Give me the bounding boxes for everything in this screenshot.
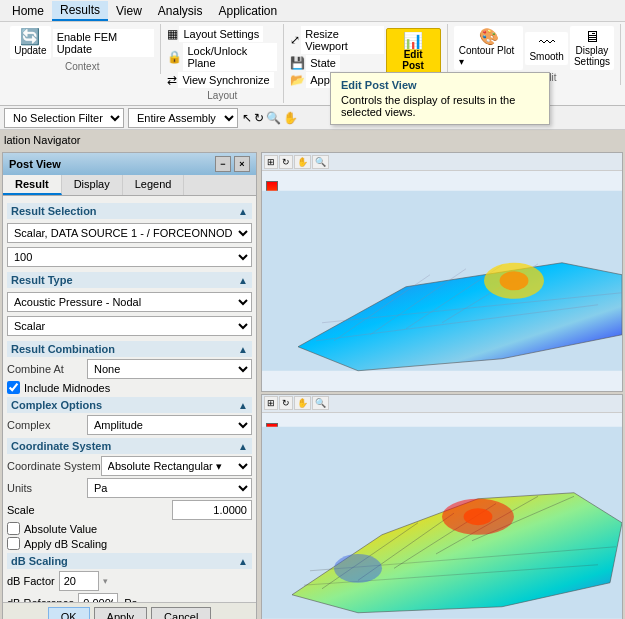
svg-point-21 [334,553,382,582]
view-sync-button[interactable]: View Synchronize [178,72,273,88]
menu-bar: Home Results View Analysis Application [0,0,625,22]
enable-fem-button[interactable]: Enable FEM Update [53,29,155,57]
assembly-select[interactable]: Entire Assembly [128,108,238,128]
bottom-viewport-svg [262,413,622,620]
combine-at-select[interactable]: None [87,359,252,379]
save-state-icon: 💾 [290,56,305,70]
datasource-select[interactable]: Scalar, DATA SOURCE 1 - / FORCEONNODES_F… [7,223,252,243]
vt-rotate[interactable]: ↻ [279,155,293,169]
viewport-top-toolbar: ⊞ ↻ ✋ 🔍 [262,153,622,171]
layout-group-label: Layout [167,90,277,101]
db-reference-row: dB Reference Pa [7,593,252,602]
context-icons: ↖ ↻ 🔍 ✋ [242,111,298,125]
viewport-bottom[interactable]: ⊞ ↻ ✋ 🔍 [261,394,623,620]
absolute-value-checkbox[interactable] [7,522,20,535]
ribbon-group-layout: ▦ Layout Settings 🔒 Lock/Unlock Plane ⇄ … [161,24,284,103]
apply-button[interactable]: Apply [94,607,148,619]
top-mesh-area [262,171,622,391]
menu-home[interactable]: Home [4,2,52,20]
panel-title: Post View [9,158,61,170]
units-select[interactable]: Pa [87,478,252,498]
scale-row: Scale [7,500,252,520]
coordinate-system-header[interactable]: Coordinate System ▲ [7,438,252,454]
pointer-icon[interactable]: ↖ [242,111,252,125]
tabs-row: Result Display Legend [3,175,256,196]
vt-bottom-rotate[interactable]: ↻ [279,396,293,410]
tab-legend[interactable]: Legend [123,175,185,195]
coord-system-arrow: ▲ [238,441,248,452]
ribbon: 🔄 Update Enable FEM Update Context ▦ Lay… [0,22,625,106]
combine-at-row: Combine At None [7,359,252,379]
complex-options-arrow: ▲ [238,400,248,411]
vt-zoom[interactable]: 🔍 [312,155,329,169]
vt-bottom-zoom[interactable]: 🔍 [312,396,329,410]
smooth-icon: 〰 [539,35,555,51]
coord-system-select[interactable]: Absolute Rectangular ▾ [101,456,252,476]
apply-db-checkbox[interactable] [7,537,20,550]
panel-title-bar: Post View − × [3,153,256,175]
complex-select[interactable]: Amplitude [87,415,252,435]
db-scaling-arrow: ▲ [238,556,248,567]
layout-icon: ▦ [167,27,178,41]
cancel-button[interactable]: Cancel [151,607,211,619]
display-settings-button[interactable]: 🖥 Display Settings [570,26,614,70]
sync-icon: ⇄ [167,73,177,87]
bottom-viewport-content [262,413,622,620]
top-viewport-svg [262,171,622,391]
result-type2-select[interactable]: Scalar [7,316,252,336]
smooth-button[interactable]: 〰 Smooth [525,32,568,65]
main-area: Post View − × Result Display Legend Resu… [0,150,625,619]
contour-icon: 🎨 [479,29,499,45]
vt-pan[interactable]: ✋ [294,155,311,169]
selection-filter-select[interactable]: No Selection Filter [4,108,124,128]
db-scaling-header[interactable]: dB Scaling ▲ [7,553,252,569]
result-selection-arrow: ▲ [238,206,248,217]
post-view-panel: Post View − × Result Display Legend Resu… [2,152,257,619]
tooltip-title: Edit Post View [341,79,539,91]
tooltip-description: Controls the display of results in the s… [341,94,539,118]
svg-point-9 [500,271,529,290]
result-type1-select[interactable]: Acoustic Pressure - Nodal [7,292,252,312]
resize-viewport-button[interactable]: Resize Viewport [301,26,383,54]
top-viewport-content [262,171,622,391]
vt-bottom-zoom-fit[interactable]: ⊞ [264,396,278,410]
panel-content: Result Selection ▲ Scalar, DATA SOURCE 1… [3,196,256,602]
db-factor-input[interactable] [59,571,99,591]
vt-bottom-pan[interactable]: ✋ [294,396,311,410]
db-reference-input[interactable] [78,593,118,602]
save-state-button[interactable]: State [306,55,340,71]
viewport-area: ⊞ ↻ ✋ 🔍 [259,150,625,619]
resize-icon: ⤢ [290,33,300,47]
result-combination-header[interactable]: Result Combination ▲ [7,341,252,357]
viewport-top[interactable]: ⊞ ↻ ✋ 🔍 [261,152,623,392]
context-group-label: Context [10,61,154,72]
pan-icon[interactable]: ✋ [283,111,298,125]
include-midnodes-row: Include Midnodes [7,381,252,394]
layout-settings-button[interactable]: Layout Settings [179,26,263,42]
zoom-icon[interactable]: 🔍 [266,111,281,125]
tab-display[interactable]: Display [62,175,123,195]
lock-unlock-button[interactable]: Lock/Unlock Plane [183,43,277,71]
update-button[interactable]: 🔄 Update [10,26,51,59]
include-midnodes-checkbox[interactable] [7,381,20,394]
tab-result[interactable]: Result [3,175,62,195]
panel-minimize-button[interactable]: − [215,156,231,172]
result-selection-header[interactable]: Result Selection ▲ [7,203,252,219]
vt-zoom-fit[interactable]: ⊞ [264,155,278,169]
result-value-select[interactable]: 100 [7,247,252,267]
nav-label: lation Navigator [0,130,625,150]
result-type-arrow: ▲ [238,275,248,286]
ok-button[interactable]: OK [48,607,90,619]
panel-close-button[interactable]: × [234,156,250,172]
db-dropdown-arrow[interactable]: ▾ [103,576,108,586]
menu-application[interactable]: Application [211,2,286,20]
menu-results[interactable]: Results [52,1,108,21]
menu-view[interactable]: View [108,2,150,20]
update-icon: 🔄 [20,29,40,45]
complex-options-header[interactable]: Complex Options ▲ [7,397,252,413]
result-type-header[interactable]: Result Type ▲ [7,272,252,288]
scale-input[interactable] [172,500,252,520]
menu-analysis[interactable]: Analysis [150,2,211,20]
rotate-icon[interactable]: ↻ [254,111,264,125]
contour-plot-button[interactable]: 🎨 Contour Plot ▾ [454,26,524,70]
